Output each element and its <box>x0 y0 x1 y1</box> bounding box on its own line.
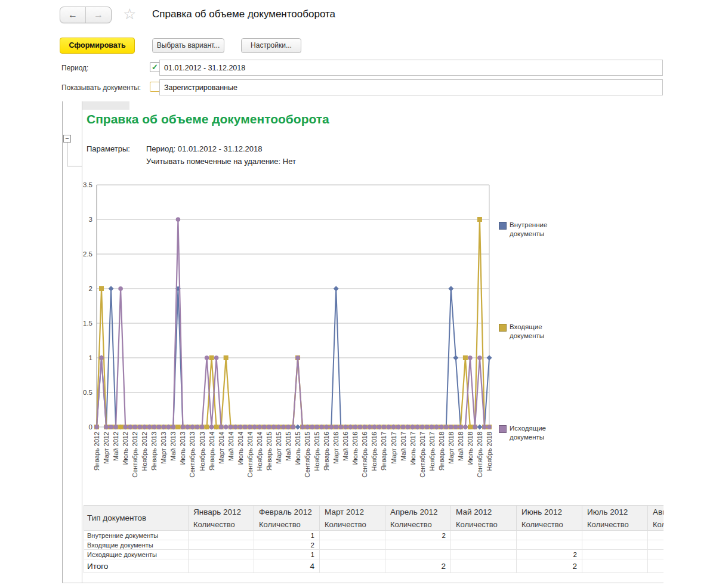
table-row: Внутренние документы12 <box>84 531 664 540</box>
x-tick-label: Март 2015 <box>275 432 282 464</box>
row-value <box>648 559 664 573</box>
svg-text:Май 2017: Май 2017 <box>400 432 407 461</box>
report-left-border <box>62 101 63 583</box>
svg-text:Март 2018: Март 2018 <box>448 432 455 464</box>
row-value <box>517 540 582 550</box>
x-tick-label: Июль 2013 <box>179 432 186 465</box>
row-value <box>648 540 664 550</box>
table-row: Входящие документы2 <box>84 540 664 550</box>
row-value <box>189 531 254 540</box>
x-tick-label: Июль 2015 <box>294 432 301 465</box>
legend-item-internal: Внутренниедокументы <box>499 221 558 238</box>
x-tick-label: Март 2013 <box>160 432 167 464</box>
show-documents-checkbox[interactable] <box>150 82 160 92</box>
parameter-period: Период: 01.01.2012 - 31.12.2018 <box>146 144 263 153</box>
show-documents-label: Показывать документы: <box>61 83 141 92</box>
x-tick-label: Сентябрь 2018 <box>476 432 483 478</box>
table-subheader-quantity: Количество <box>320 519 385 531</box>
period-input[interactable] <box>159 60 663 76</box>
x-tick-label: Сентябрь 2016 <box>361 432 368 478</box>
generate-button[interactable]: Сформировать <box>60 38 135 54</box>
document-volume-chart: 00.511.522.533.5Январь 2012Март 2012Май … <box>78 177 495 481</box>
x-tick-label: Сентябрь 2012 <box>131 432 138 478</box>
table-header-month: Март 2012 <box>320 506 385 519</box>
table-subheader-quantity: Количество <box>254 519 320 531</box>
svg-text:Ноябрь 2018: Ноябрь 2018 <box>486 432 493 471</box>
choose-variant-button[interactable]: Выбрать вариант... <box>152 38 224 53</box>
row-value <box>189 559 254 573</box>
x-tick-label: Ноябрь 2013 <box>199 432 206 471</box>
svg-text:Июль 2018: Июль 2018 <box>467 432 474 465</box>
x-tick-label: Июль 2018 <box>467 432 474 465</box>
row-value: 2 <box>385 559 451 573</box>
x-tick-label: Сентябрь 2015 <box>304 432 311 478</box>
legend-item-incoming: Входящиедокументы <box>499 323 558 340</box>
x-tick-label: Январь 2015 <box>266 432 273 471</box>
svg-text:Март 2016: Март 2016 <box>332 432 340 464</box>
x-tick-label: Март 2018 <box>448 432 455 464</box>
row-value <box>320 540 385 550</box>
parameter-deleted: Учитывать помеченные на удаление: Нет <box>146 157 296 166</box>
x-tick-label: Январь 2017 <box>380 432 387 471</box>
svg-text:Июль 2017: Июль 2017 <box>409 432 416 465</box>
x-tick-label: Ноябрь 2018 <box>486 432 493 471</box>
y-tick-label: 0 <box>89 423 92 431</box>
svg-text:Май 2016: Май 2016 <box>342 432 349 461</box>
svg-text:Ноябрь 2013: Ноябрь 2013 <box>199 432 206 471</box>
x-tick-label: Сентябрь 2013 <box>189 432 196 478</box>
period-label: Период: <box>61 64 88 72</box>
y-tick-label: 1 <box>89 354 92 361</box>
forward-arrow-icon[interactable]: → <box>86 7 111 23</box>
svg-text:Сентябрь 2015: Сентябрь 2015 <box>304 432 311 478</box>
back-arrow-icon[interactable]: ← <box>60 7 86 23</box>
y-tick-label: 1.5 <box>83 320 92 327</box>
row-value <box>582 559 648 573</box>
svg-text:Январь 2015: Январь 2015 <box>266 432 273 471</box>
x-tick-label: Май 2014 <box>227 432 234 461</box>
x-tick-label: Ноябрь 2015 <box>313 432 320 471</box>
row-label: Исходящие документы <box>84 550 189 559</box>
svg-text:Ноябрь 2012: Ноябрь 2012 <box>141 432 148 471</box>
x-tick-label: Июль 2014 <box>237 432 244 465</box>
favorite-star-icon[interactable]: ☆ <box>123 5 136 23</box>
row-value <box>648 531 664 540</box>
report-bottom-border <box>62 583 663 583</box>
legend-swatch-internal <box>499 222 507 230</box>
show-documents-input[interactable] <box>159 79 663 95</box>
svg-text:Ноябрь 2017: Ноябрь 2017 <box>428 432 436 471</box>
row-value: 2 <box>254 540 320 550</box>
table-row: Исходящие документы12 <box>84 550 664 559</box>
svg-text:Май 2015: Май 2015 <box>285 432 292 461</box>
y-tick-label: 2.5 <box>83 250 92 258</box>
x-tick-label: Январь 2012 <box>93 432 100 471</box>
table-header-month: Июнь 2012 <box>517 506 582 519</box>
svg-text:Май 2018: Май 2018 <box>457 432 464 461</box>
svg-text:Сентябрь 2017: Сентябрь 2017 <box>419 432 426 478</box>
period-checkbox[interactable]: ✓ <box>150 62 160 72</box>
svg-text:Май 2012: Май 2012 <box>112 432 119 461</box>
x-tick-label: Март 2016 <box>332 432 340 464</box>
report-corner-cell <box>82 101 129 110</box>
row-value <box>451 559 517 573</box>
row-value <box>189 550 254 559</box>
svg-text:Январь 2017: Январь 2017 <box>380 432 387 471</box>
table-subheader-quantity: Количество <box>385 519 451 531</box>
x-tick-label: Март 2012 <box>103 432 110 464</box>
settings-button[interactable]: Настройки... <box>241 38 301 53</box>
row-value: 1 <box>254 531 320 540</box>
x-tick-label: Май 2017 <box>400 432 407 461</box>
x-tick-label: Ноябрь 2014 <box>256 432 263 471</box>
x-tick-label: Январь 2013 <box>150 432 158 471</box>
svg-text:Сентябрь 2012: Сентябрь 2012 <box>131 432 138 478</box>
report-table: Тип документовЯнварь 2012Февраль 2012Мар… <box>84 505 663 573</box>
svg-text:Июль 2016: Июль 2016 <box>351 432 359 465</box>
row-value: 2 <box>517 559 582 573</box>
table-header-month: Июль 2012 <box>582 506 648 519</box>
x-tick-label: Сентябрь 2017 <box>419 432 426 478</box>
row-value <box>582 540 648 550</box>
svg-text:Март 2012: Март 2012 <box>103 432 110 464</box>
table-row: Итого422 <box>84 559 664 573</box>
collapse-expander[interactable]: − <box>63 135 71 143</box>
x-tick-label: Июль 2017 <box>409 432 416 465</box>
row-label: Итого <box>84 559 189 573</box>
